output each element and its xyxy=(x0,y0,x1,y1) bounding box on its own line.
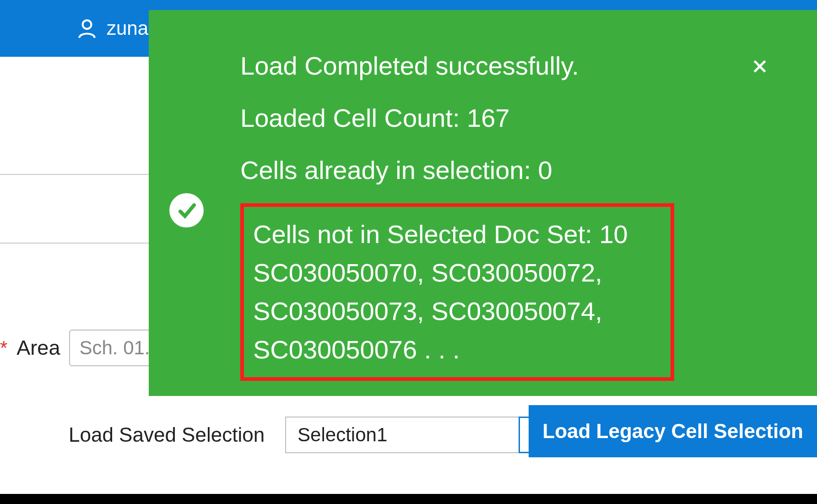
bottom-bar xyxy=(0,494,817,504)
area-label: Area xyxy=(16,336,60,360)
toast-cell-list: SC030050070, SC030050072, SC030050073, S… xyxy=(253,254,661,369)
toast-highlight-box: Cells not in Selected Doc Set: 10 SC0300… xyxy=(240,203,674,381)
required-indicator: * xyxy=(0,337,7,359)
svg-point-0 xyxy=(83,20,92,29)
saved-selection-value: Selection1 xyxy=(285,417,519,453)
toast-loaded-count: Loaded Cell Count: 167 xyxy=(240,99,674,137)
load-saved-label: Load Saved Selection xyxy=(69,423,265,446)
load-saved-row: Load Saved Selection Selection1 xyxy=(69,417,564,453)
toast-not-in-docset: Cells not in Selected Doc Set: 10 xyxy=(253,215,661,254)
toast-title: Load Completed successfully. xyxy=(240,47,674,85)
load-legacy-button[interactable]: Load Legacy Cell Selection xyxy=(529,405,817,457)
check-circle-icon xyxy=(169,193,204,228)
saved-selection-dropdown[interactable]: Selection1 xyxy=(285,417,564,453)
toast-content: Load Completed successfully. Loaded Cell… xyxy=(240,47,674,381)
toast-already-in: Cells already in selection: 0 xyxy=(240,151,674,190)
success-toast: Load Completed successfully. Loaded Cell… xyxy=(149,10,817,396)
close-icon[interactable] xyxy=(751,52,769,81)
user-icon xyxy=(76,17,98,40)
